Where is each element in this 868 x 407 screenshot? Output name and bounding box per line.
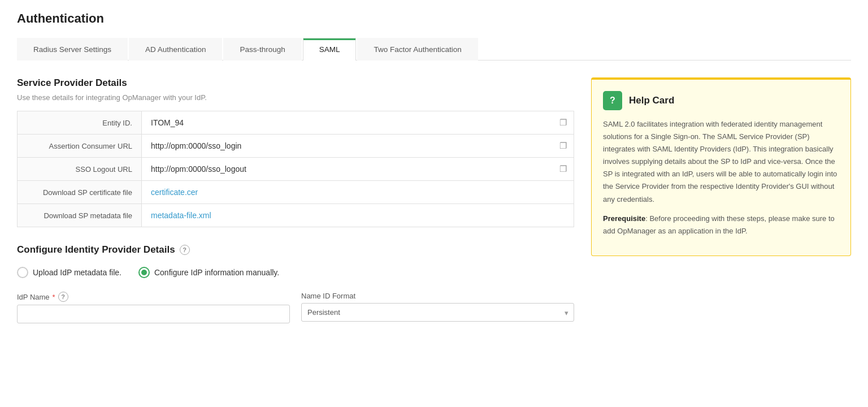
table-row: Entity ID. ITOM_94 ❐ [18, 111, 574, 135]
tab-saml[interactable]: SAML [303, 38, 357, 60]
help-card-container: ? Help Card SAML 2.0 facilitates integra… [591, 77, 851, 332]
name-id-format-label: Name ID Format [301, 292, 574, 300]
name-id-format-select-wrapper: Persistent Transient Email Unspecified [301, 303, 574, 322]
help-card-para1: SAML 2.0 facilitates integration with fe… [603, 118, 839, 206]
table-row: Download SP certificate file certificate… [18, 181, 574, 204]
configure-idp-help-icon[interactable]: ? [180, 245, 190, 255]
tab-ad[interactable]: AD Authentication [129, 38, 222, 60]
copy-logout-icon[interactable]: ❐ [559, 164, 567, 174]
sp-section-title: Service Provider Details [17, 77, 574, 89]
metadata-link[interactable]: metadata-file.xml [151, 211, 211, 220]
configure-idp-title: Configure Identity Provider Details [17, 244, 175, 256]
sp-row-value-acsurl: http://opm:0000/sso_login ❐ [142, 135, 574, 158]
help-card-icon: ? [603, 91, 622, 110]
radio-upload-label: Upload IdP metadata file. [33, 268, 121, 277]
main-layout: Service Provider Details Use these detai… [17, 77, 851, 332]
service-provider-section: Service Provider Details Use these detai… [17, 77, 574, 227]
radio-manual-label: Configure IdP information manually. [154, 268, 279, 277]
name-id-format-select[interactable]: Persistent Transient Email Unspecified [301, 303, 574, 322]
radio-manual[interactable]: Configure IdP information manually. [138, 267, 279, 278]
copy-acsurl-icon[interactable]: ❐ [559, 141, 567, 151]
sp-details-table: Entity ID. ITOM_94 ❐ Assertion Consumer … [17, 111, 574, 227]
table-row: SSO Logout URL http://opm:0000/sso_logou… [18, 158, 574, 181]
name-id-format-group: Name ID Format Persistent Transient Emai… [301, 292, 574, 323]
configure-idp-header: Configure Identity Provider Details ? [17, 244, 574, 256]
sp-row-value-cert: certificate.cer [142, 181, 574, 204]
sp-row-label-entityid: Entity ID. [18, 111, 142, 135]
copy-entityid-icon[interactable]: ❐ [559, 118, 567, 128]
sp-row-label-acsurl: Assertion Consumer URL [18, 135, 142, 158]
idp-name-required: * [53, 293, 55, 301]
sp-section-subtitle: Use these details for integrating OpMana… [17, 93, 574, 102]
table-row: Assertion Consumer URL http://opm:0000/s… [18, 135, 574, 158]
left-content: Service Provider Details Use these detai… [17, 77, 574, 332]
help-card-body: SAML 2.0 facilitates integration with fe… [603, 118, 839, 237]
sp-row-value-meta: metadata-file.xml [142, 204, 574, 227]
table-row: Download SP metadata file metadata-file.… [18, 204, 574, 227]
sp-row-label-logout: SSO Logout URL [18, 158, 142, 181]
help-card-title: Help Card [629, 95, 674, 106]
radio-group-idp: Upload IdP metadata file. Configure IdP … [17, 267, 574, 278]
certificate-link[interactable]: certificate.cer [151, 188, 198, 197]
sp-row-value-entityid: ITOM_94 ❐ [142, 111, 574, 135]
tab-passthrough[interactable]: Pass-through [223, 38, 301, 60]
page-title: Authentication [17, 11, 851, 26]
radio-upload[interactable]: Upload IdP metadata file. [17, 267, 121, 278]
idp-name-group: IdP Name * ? [17, 292, 290, 323]
radio-manual-btn[interactable] [138, 267, 150, 278]
idp-name-help-icon[interactable]: ? [58, 292, 68, 302]
help-card-prerequisite-label: Prerequisite [603, 214, 645, 223]
configure-idp-section: Configure Identity Provider Details ? Up… [17, 244, 574, 323]
idp-name-input[interactable] [17, 305, 290, 323]
help-card-para2: Prerequisite: Before proceeding with the… [603, 213, 839, 237]
radio-upload-btn[interactable] [17, 267, 28, 278]
idp-name-label: IdP Name * ? [17, 292, 290, 302]
help-card-header: ? Help Card [603, 91, 839, 110]
help-card: ? Help Card SAML 2.0 facilitates integra… [591, 77, 851, 256]
tab-bar: Radius Server Settings AD Authentication… [17, 37, 851, 60]
tab-radius[interactable]: Radius Server Settings [17, 38, 128, 60]
tab-twofactor[interactable]: Two Factor Authentication [357, 38, 478, 60]
sp-row-label-meta: Download SP metadata file [18, 204, 142, 227]
sp-row-label-cert: Download SP certificate file [18, 181, 142, 204]
idp-form-row: IdP Name * ? Name ID Format Persistent T… [17, 292, 574, 323]
sp-row-value-logout: http://opm:0000/sso_logout ❐ [142, 158, 574, 181]
